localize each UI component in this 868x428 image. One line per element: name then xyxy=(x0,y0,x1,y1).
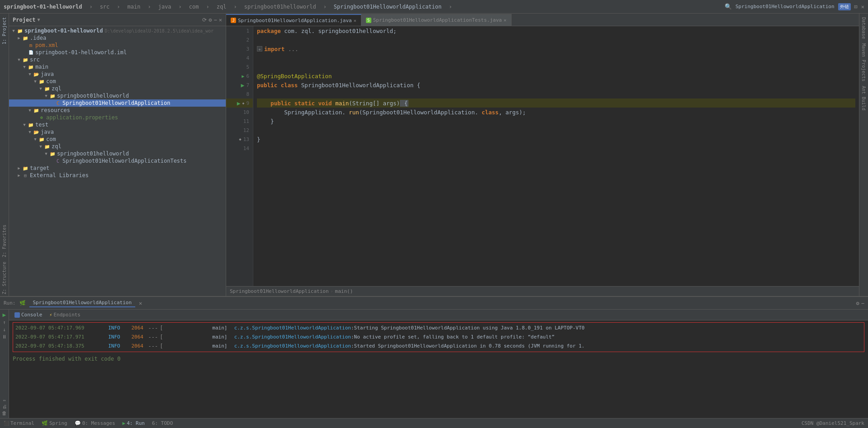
tree-item-idea[interactable]: ▶ 📁 .idea xyxy=(9,34,226,42)
tree-item-testclass[interactable]: C Springboot01HelloworldApplicationTests xyxy=(9,157,226,165)
tree-item-mainclass[interactable]: C Springboot01HelloworldApplication xyxy=(9,99,226,107)
line-num-5: 5 xyxy=(246,64,249,70)
log-pid-3: 2064 xyxy=(131,343,147,349)
search-icon[interactable]: 🔍 xyxy=(725,3,732,10)
test-class-icon: C xyxy=(54,158,62,164)
xml-icon-pom: m xyxy=(27,42,34,48)
status-run[interactable]: ▶ 4: Run xyxy=(123,420,145,426)
tree-item-test-pkg[interactable]: ▼ 📁 springboot01helloworld xyxy=(9,150,226,157)
structure-tab-label[interactable]: Z: Structure xyxy=(1,260,8,296)
tab-test[interactable]: S Springboot01HelloworldApplicationTests… xyxy=(361,14,512,26)
gear-icon[interactable]: ⚙ xyxy=(209,17,212,23)
breadcrumb-sep: › xyxy=(331,289,333,294)
kw-class-10: class xyxy=(482,109,499,116)
console-tab-endpoints[interactable]: ⚡ Endpoints xyxy=(47,311,82,319)
panel-dropdown-icon[interactable]: ▼ xyxy=(38,17,40,22)
bookmark-9[interactable]: ◆ xyxy=(242,101,245,105)
terminal-icon: ⬛ xyxy=(4,421,9,426)
run-tab-close[interactable]: ✕ xyxy=(139,300,142,306)
tree-item-resources[interactable]: ▼ 📁 resources xyxy=(9,107,226,114)
console-output[interactable]: 2022-09-07 05:47:17.969 INFO 2064 --- [ … xyxy=(9,320,868,418)
status-spring[interactable]: 🌿 Spring xyxy=(42,420,67,426)
log-space-3 xyxy=(103,343,106,349)
tree-item-root[interactable]: ▼ 📁 springboot-01-helloworld D:\develop\… xyxy=(9,27,226,34)
tree-item-iml[interactable]: 📄 springboot-01-helloworld.iml xyxy=(9,49,226,56)
tree-arrow-zql: ▼ xyxy=(38,86,43,91)
log-sep-1: --- xyxy=(148,325,158,331)
tab-close-test[interactable]: ✕ xyxy=(503,18,506,23)
run-icon-9[interactable]: ▶ xyxy=(237,100,241,107)
tree-item-main[interactable]: ▼ 📁 main xyxy=(9,63,226,71)
close-panel-icon[interactable]: ✕ xyxy=(219,17,222,23)
external-link-icon[interactable]: 外链 xyxy=(838,3,851,10)
brace-open-7: { xyxy=(417,82,421,89)
pause-icon[interactable]: ⏸ xyxy=(2,334,7,340)
tree-item-src[interactable]: ▼ 📁 src xyxy=(9,56,226,63)
tree-label-src: src xyxy=(30,56,40,63)
project-tab-label[interactable]: 1: Project xyxy=(1,15,8,46)
gutter-6: ▶ 6 xyxy=(226,71,253,80)
run-tab-active[interactable]: Springboot01HelloworldApplication xyxy=(29,299,136,307)
tree-label-root: springboot-01-helloworld xyxy=(24,28,103,34)
status-terminal[interactable]: ⬛ Terminal xyxy=(4,420,34,426)
tree-item-test-java[interactable]: ▼ 📂 java xyxy=(9,128,226,136)
tree-item-target[interactable]: ▶ 📁 target xyxy=(9,165,226,172)
run-icon-6[interactable]: ▶ xyxy=(242,74,244,79)
console-tab-console[interactable]: Console xyxy=(13,311,44,319)
maven-tab[interactable]: Maven Projects xyxy=(860,42,867,83)
window-controls[interactable]: ⊡ xyxy=(854,4,858,10)
settings-icon[interactable]: ⚙ xyxy=(856,300,859,306)
spring-label: Spring xyxy=(49,420,67,426)
ant-tab[interactable]: Ant Build xyxy=(860,84,867,112)
tree-arrow-test: ▼ xyxy=(22,122,27,127)
favorites-tab-label[interactable]: 2: Favorites xyxy=(1,223,8,259)
status-messages[interactable]: 💬 0: Messages xyxy=(75,420,115,426)
run-icon-7[interactable]: ▶ xyxy=(241,82,245,89)
gutter-12: 12 xyxy=(226,126,253,135)
tree-item-java[interactable]: ▼ 📂 java xyxy=(9,71,226,78)
status-todo[interactable]: 6: TODO xyxy=(152,420,173,426)
tab-close-main[interactable]: ✕ xyxy=(354,18,356,23)
tree-item-appprop[interactable]: ⚙ application.properties xyxy=(9,114,226,121)
tree-item-test-com[interactable]: ▼ 📁 com xyxy=(9,136,226,143)
tab-label-main: Springboot01HelloworldApplication.java xyxy=(238,18,352,24)
minimize-run-icon[interactable]: − xyxy=(861,300,864,306)
tree-item-com[interactable]: ▼ 📁 com xyxy=(9,78,226,85)
scroll-down-icon[interactable]: ↓ xyxy=(3,327,6,333)
line-num-6: 6 xyxy=(246,73,249,79)
window-close[interactable]: ✕ xyxy=(861,4,864,10)
tree-arrow-root: ▼ xyxy=(11,28,16,33)
folder-icon-test-zql: 📁 xyxy=(43,143,51,150)
csdn-credit: CSDN @Daniel521_Spark xyxy=(802,420,864,426)
scroll-up-icon[interactable]: ↑ xyxy=(3,320,6,325)
print-icon[interactable]: 🖨 xyxy=(2,404,7,409)
tree-item-pom[interactable]: m pom.xml xyxy=(9,42,226,49)
trash-icon[interactable]: 🗑 xyxy=(2,410,7,416)
wrap-icon[interactable]: ⇔ xyxy=(3,398,5,403)
tree-item-pkg[interactable]: ▼ 📁 springboot01helloworld xyxy=(9,92,226,99)
tab-main[interactable]: J Springboot01HelloworldApplication.java… xyxy=(226,14,361,26)
collapse-icon-3[interactable]: + xyxy=(257,46,262,52)
comma-10: , args); xyxy=(498,109,526,116)
sync-icon[interactable]: ⟳ xyxy=(202,17,207,23)
endpoints-icon: ⚡ xyxy=(49,312,52,317)
log-thread-1: main] xyxy=(164,325,227,331)
tree-item-extlibs[interactable]: ▶ ⊞ External Libraries xyxy=(9,172,226,179)
paren-10: ( xyxy=(359,109,363,116)
code-line-12 xyxy=(257,126,855,135)
line-num-4: 4 xyxy=(246,55,249,61)
folder-icon-target: 📁 xyxy=(22,165,29,171)
log-sep-3: --- xyxy=(148,343,158,349)
tree-item-test-zql[interactable]: ▼ 📁 zql xyxy=(9,143,226,150)
code-line-6: @SpringBootApplication xyxy=(257,71,855,80)
tree-arrow-test-pkg: ▼ xyxy=(43,151,49,156)
minimize-icon[interactable]: − xyxy=(214,17,217,23)
code-content[interactable]: package com. zql. springboot01helloworld… xyxy=(253,26,859,286)
bottom-content: ▶ ↑ ↓ ⏸ ⇔ 🖨 🗑 Console ⚡ Endpoints xyxy=(0,310,868,418)
database-tab[interactable]: Database xyxy=(860,15,867,41)
log-msg-3: Started Springboot01HelloworldApplicatio… xyxy=(354,343,585,349)
log-colon-1: : xyxy=(351,325,354,331)
run-again-icon[interactable]: ▶ xyxy=(3,311,6,318)
tree-item-zql[interactable]: ▼ 📁 zql xyxy=(9,85,226,92)
tree-item-test[interactable]: ▼ 📁 test xyxy=(9,121,226,128)
